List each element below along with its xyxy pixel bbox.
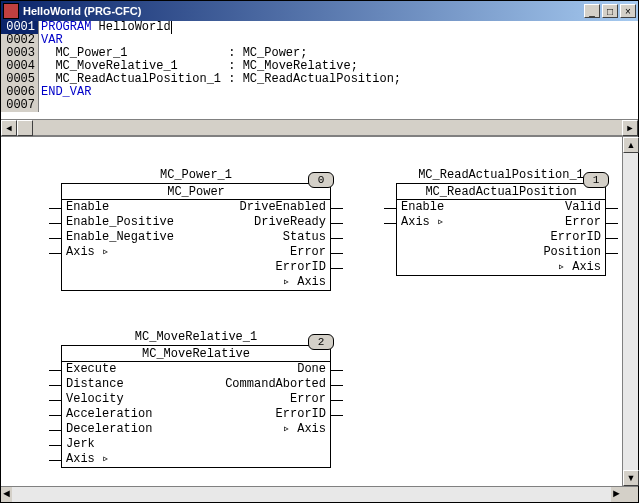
scroll-right-icon[interactable]: ►: [622, 120, 638, 136]
code-text[interactable]: [39, 99, 41, 112]
pin-input[interactable]: Axis ▹: [62, 245, 196, 260]
pin-input[interactable]: Acceleration: [62, 407, 196, 422]
pin-output[interactable]: CommandAborted: [196, 377, 330, 392]
titlebar[interactable]: HelloWorld (PRG-CFC) _ □ ×: [1, 1, 638, 21]
pin-input[interactable]: Axis ▹: [62, 452, 196, 467]
close-button[interactable]: ×: [620, 4, 636, 18]
scroll-left-icon[interactable]: ◄: [1, 487, 12, 502]
pin-output[interactable]: ErrorID: [196, 260, 330, 275]
canvas-scrollbar-v[interactable]: ▲ ▼: [622, 137, 638, 486]
window: HelloWorld (PRG-CFC) _ □ × 0001PROGRAM H…: [0, 0, 639, 503]
block-type-name: MC_MoveRelative: [62, 346, 330, 362]
window-title: HelloWorld (PRG-CFC): [23, 5, 141, 17]
pin-input[interactable]: Enable: [62, 200, 196, 215]
pin-output[interactable]: DriveEnabled: [196, 200, 330, 215]
pin-input[interactable]: Enable_Negative: [62, 230, 196, 245]
code-line[interactable]: 0005 MC_ReadActualPosition_1 : MC_ReadAc…: [1, 73, 638, 86]
scroll-thumb[interactable]: [17, 120, 33, 136]
pin-output[interactable]: DriveReady: [196, 215, 330, 230]
pin-input[interactable]: Jerk: [62, 437, 196, 452]
declaration-scrollbar-h[interactable]: ◄ ►: [1, 119, 638, 135]
pin-input[interactable]: Velocity: [62, 392, 196, 407]
block-order-tag: 0: [308, 172, 334, 188]
block-instance-name: MC_Power_1: [61, 167, 331, 183]
block-instance-name: MC_MoveRelative_1: [61, 329, 331, 345]
block-instance-name: MC_ReadActualPosition_1: [396, 167, 606, 183]
code-text[interactable]: MC_ReadActualPosition_1 : MC_ReadActualP…: [39, 73, 401, 86]
pin-output[interactable]: ErrorID: [196, 407, 330, 422]
block-mc-readactualposition-1[interactable]: MC_ReadActualPosition_1 1 MC_ReadActualP…: [396, 167, 606, 276]
pin-output[interactable]: Error: [196, 245, 330, 260]
pin-output[interactable]: Error: [501, 215, 605, 230]
pin-output[interactable]: Status: [196, 230, 330, 245]
block-type-name: MC_ReadActualPosition: [397, 184, 605, 200]
block-order-tag: 1: [583, 172, 609, 188]
code-text[interactable]: END_VAR: [39, 86, 91, 99]
pin-input[interactable]: Deceleration: [62, 422, 196, 437]
pin-input[interactable]: Execute: [62, 362, 196, 377]
pin-output[interactable]: Position: [501, 245, 605, 260]
pin-output[interactable]: ErrorID: [501, 230, 605, 245]
pin-input[interactable]: Distance: [62, 377, 196, 392]
canvas-scrollbar-h[interactable]: ◄ ►: [1, 486, 638, 502]
pin-output[interactable]: Done: [196, 362, 330, 377]
code-line[interactable]: 0001PROGRAM HelloWorld: [1, 21, 638, 34]
block-mc-power-1[interactable]: MC_Power_1 0 MC_Power Enable Enable_Posi…: [61, 167, 331, 291]
pin-output[interactable]: Valid: [501, 200, 605, 215]
block-type-name: MC_Power: [62, 184, 330, 200]
pin-output[interactable]: Error: [196, 392, 330, 407]
scroll-right-icon[interactable]: ►: [611, 487, 622, 502]
code-line[interactable]: 0006END_VAR: [1, 86, 638, 99]
line-number: 0007: [1, 99, 39, 112]
app-icon: [3, 3, 19, 19]
pin-output[interactable]: ▹ Axis: [196, 275, 330, 290]
cfc-canvas[interactable]: MC_Power_1 0 MC_Power Enable Enable_Posi…: [1, 137, 622, 486]
code-line[interactable]: 0007: [1, 99, 638, 112]
declaration-editor[interactable]: 0001PROGRAM HelloWorld0002VAR0003 MC_Pow…: [1, 21, 638, 137]
scroll-up-icon[interactable]: ▲: [623, 137, 639, 153]
block-order-tag: 2: [308, 334, 334, 350]
pin-output[interactable]: ▹ Axis: [196, 422, 330, 437]
pin-input[interactable]: Axis ▹: [397, 215, 501, 230]
scroll-down-icon[interactable]: ▼: [623, 470, 639, 486]
maximize-button[interactable]: □: [602, 4, 618, 18]
pin-input[interactable]: Enable: [397, 200, 501, 215]
scroll-left-icon[interactable]: ◄: [1, 120, 17, 136]
pin-input[interactable]: Enable_Positive: [62, 215, 196, 230]
minimize-button[interactable]: _: [584, 4, 600, 18]
pin-output[interactable]: ▹ Axis: [501, 260, 605, 275]
block-mc-moverelative-1[interactable]: MC_MoveRelative_1 2 MC_MoveRelative Exec…: [61, 329, 331, 468]
